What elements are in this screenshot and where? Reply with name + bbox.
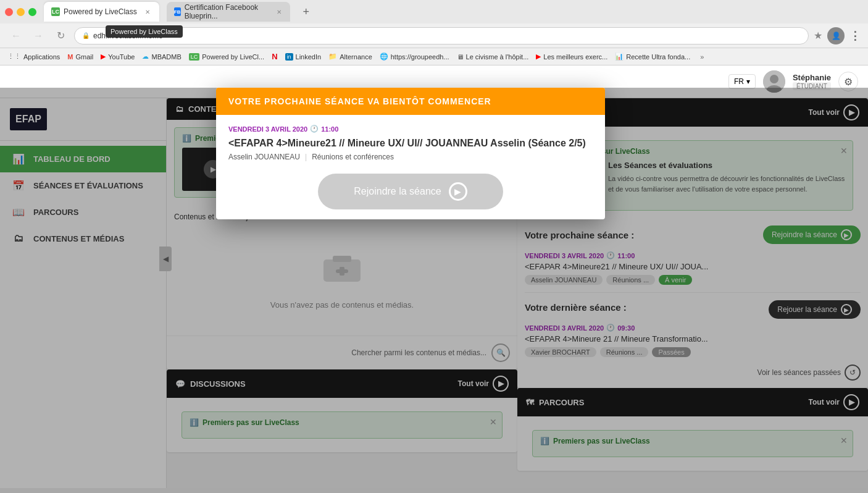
- browser-chrome: LC Powered by LiveClass ✕ Powered by Liv…: [0, 0, 868, 65]
- bookmarks-bar: ⋮⋮ Applications M Gmail ▶ YouTube ☁ MBAD…: [0, 48, 868, 65]
- modal-category: Réunions et conférences: [312, 153, 394, 161]
- ssl-lock-icon: 🔒: [82, 32, 90, 39]
- join-btn-label: Rejoindre la séance: [354, 186, 441, 197]
- maximize-traffic-light[interactable]: [28, 8, 36, 16]
- modal-session-name: <EFAPAR 4>Mineure21 // Mineure UX/ UI// …: [228, 138, 593, 149]
- tab-tooltip: Powered by LiveClass: [106, 25, 183, 38]
- tab-label-fb: Certification Facebook Blueprin...: [185, 3, 270, 20]
- modal-author: Asselin JOUANNEAU: [228, 153, 300, 161]
- modal-header: VOTRE PROCHAINE SÉANCE VA BIENTÔT COMMEN…: [216, 88, 605, 115]
- svg-point-1: [770, 75, 778, 83]
- groupeedh-icon: 🌐: [380, 53, 388, 61]
- language-selector[interactable]: FR ▾: [728, 74, 756, 89]
- account-button[interactable]: 👤: [827, 27, 845, 44]
- bookmark-exerc-label: Les meilleurs exerc...: [543, 53, 607, 61]
- bookmarks-more[interactable]: »: [700, 53, 704, 61]
- bookmark-mbadmb[interactable]: ☁ MBADMB: [142, 53, 181, 61]
- alternance-icon: 📁: [328, 53, 337, 61]
- bookmark-applications[interactable]: ⋮⋮ Applications: [7, 53, 60, 61]
- bookmark-alternance[interactable]: 📁 Alternance: [328, 53, 372, 61]
- modal-body: VENDREDI 3 AVRIL 2020 🕐 11:00 <EFAPAR 4>…: [216, 115, 605, 219]
- traffic-lights: [5, 8, 36, 16]
- linkedin-icon: in: [285, 53, 293, 61]
- tab-label-liveclass: Powered by LiveClass: [64, 7, 137, 16]
- tab-favicon-liveclass: LC: [51, 7, 60, 16]
- bookmark-youtube-label: YouTube: [108, 53, 135, 61]
- recette-icon: 📊: [615, 53, 624, 61]
- modal-time: 11:00: [321, 125, 338, 133]
- chrome-menu-button[interactable]: ⋮: [849, 29, 861, 43]
- modal-join-button[interactable]: Rejoindre la séance ▶: [318, 174, 503, 209]
- apps-icon: ⋮⋮: [7, 53, 21, 61]
- modal-clock-icon: 🕐: [310, 125, 319, 133]
- close-traffic-light[interactable]: [5, 8, 13, 16]
- modal-tag-separator: |: [305, 153, 307, 161]
- forward-button[interactable]: →: [30, 27, 47, 44]
- modal-banner-text: VOTRE PROCHAINE SÉANCE VA BIENTÔT COMMEN…: [228, 96, 491, 106]
- tab-favicon-fb: FB: [174, 7, 181, 16]
- bookmark-linkedin-label: LinkedIn: [296, 53, 322, 61]
- bookmark-recette[interactable]: 📊 Recette Ultra fonda...: [615, 53, 690, 61]
- url-bar[interactable]: 🔒 edh.liveclass.fr/home: [74, 27, 809, 44]
- bookmark-gmail[interactable]: M Gmail: [67, 53, 93, 61]
- tab-close-liveclass[interactable]: ✕: [143, 7, 152, 16]
- bookmark-liveclass-label: Powered by LiveCl...: [202, 53, 264, 61]
- join-session-modal: VOTRE PROCHAINE SÉANCE VA BIENTÔT COMMEN…: [216, 88, 605, 219]
- bookmark-gmail-label: Gmail: [76, 53, 94, 61]
- tab-close-fb[interactable]: ✕: [276, 7, 283, 16]
- bookmark-alternance-label: Alternance: [340, 53, 372, 61]
- bookmark-liveclass[interactable]: LC Powered by LiveCl...: [189, 53, 264, 61]
- bookmark-civisme-label: Le civisme à l'hôpit...: [466, 53, 529, 61]
- bookmark-civisme[interactable]: 🖥 Le civisme à l'hôpit...: [457, 53, 529, 61]
- gmail-icon: M: [67, 53, 73, 61]
- bookmark-youtube[interactable]: ▶ YouTube: [101, 53, 135, 61]
- user-name: Stéphanie: [793, 73, 831, 82]
- minimize-traffic-light[interactable]: [17, 8, 25, 16]
- back-button[interactable]: ←: [7, 27, 25, 44]
- tab-liveclass[interactable]: LC Powered by LiveClass ✕ Powered by Liv…: [44, 2, 159, 22]
- join-btn-circle-icon: ▶: [449, 182, 467, 201]
- chevron-down-icon: ▾: [746, 77, 750, 86]
- bookmark-groupeedh[interactable]: 🌐 https://groupeedh...: [380, 53, 449, 61]
- bookmark-netflix[interactable]: N: [272, 52, 277, 61]
- modal-date: VENDREDI 3 AVRIL 2020 🕐 11:00: [228, 125, 593, 133]
- bookmark-mbadmb-label: MBADMB: [151, 53, 181, 61]
- title-bar: LC Powered by LiveClass ✕ Powered by Liv…: [0, 0, 868, 23]
- tab-fb[interactable]: FB Certification Facebook Blueprin... ✕: [167, 2, 290, 22]
- bookmark-recette-label: Recette Ultra fonda...: [626, 53, 690, 61]
- modal-tags: Asselin JOUANNEAU | Réunions et conféren…: [228, 153, 593, 161]
- youtube-icon: ▶: [101, 53, 106, 61]
- liveclass-bm-icon: LC: [189, 53, 200, 61]
- bookmark-linkedin[interactable]: in LinkedIn: [285, 53, 322, 61]
- refresh-button[interactable]: ↻: [52, 27, 69, 44]
- netflix-icon: N: [272, 52, 277, 61]
- language-label: FR: [734, 77, 744, 86]
- modal-join-btn-area: Rejoindre la séance ▶: [228, 174, 593, 209]
- exerc-icon: ▶: [536, 53, 541, 61]
- bookmark-exerc[interactable]: ▶ Les meilleurs exerc...: [536, 53, 607, 61]
- civisme-icon: 🖥: [457, 53, 464, 61]
- bookmark-groupeedh-label: https://groupeedh...: [391, 53, 449, 61]
- mbadmb-icon: ☁: [142, 53, 149, 61]
- bookmark-applications-label: Applications: [23, 53, 60, 61]
- new-tab-button[interactable]: +: [298, 3, 315, 20]
- bookmark-star-icon[interactable]: ★: [814, 30, 822, 41]
- modal-date-text: VENDREDI 3 AVRIL 2020: [228, 125, 307, 133]
